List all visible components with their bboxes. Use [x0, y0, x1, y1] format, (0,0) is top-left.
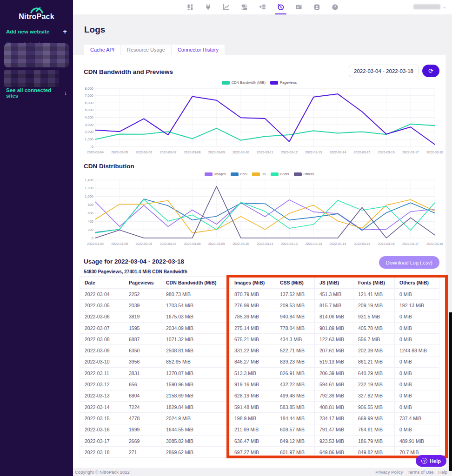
- dashboard-icon[interactable]: [186, 3, 194, 11]
- column-header: Others (MiB): [395, 277, 439, 289]
- svg-text:2022-03-04: 2022-03-04: [87, 151, 104, 154]
- table-cell: 202.39 MiB: [353, 345, 395, 356]
- table-cell: 608.57 MiB: [275, 424, 315, 435]
- svg-text:2022-03-12: 2022-03-12: [281, 242, 298, 245]
- footer-link-terms-of-use[interactable]: Terms of Use: [407, 469, 433, 475]
- bulk-jobs-icon[interactable]: [259, 3, 266, 11]
- svg-text:7,000: 7,000: [85, 93, 93, 98]
- table-cell: 206.39 MiB: [315, 368, 353, 379]
- svg-text:2022-03-18: 2022-03-18: [426, 242, 443, 245]
- table-cell: 0 MiB: [395, 401, 439, 412]
- table-cell: 2022-03-06: [80, 311, 124, 322]
- tab-cache-api[interactable]: Cache API: [84, 45, 121, 55]
- tab-bar: Cache APIResource UsageConnector History: [84, 45, 225, 55]
- table-cell: 0 MiB: [395, 424, 439, 435]
- svg-text:2022-03-14: 2022-03-14: [330, 242, 346, 245]
- chevron-down-icon: ⌄: [443, 4, 446, 9]
- column-header: CDN Bandwidth (MiB): [161, 277, 230, 289]
- table-row: 2022-03-1138311370.87 MiB513.3 MiB826.91…: [80, 368, 439, 379]
- connected-site-card-blurred[interactable]: [4, 43, 69, 67]
- toggles-icon[interactable]: [240, 3, 248, 11]
- table-cell: 675.21 MiB: [230, 334, 275, 345]
- svg-text:?: ?: [334, 5, 336, 9]
- svg-text:2022-03-12: 2022-03-12: [281, 151, 298, 154]
- table-cell: 849.12 MiB: [275, 435, 315, 446]
- help-circle-icon[interactable]: ?: [331, 3, 339, 11]
- table-cell: 1595: [124, 322, 161, 333]
- plug-icon[interactable]: [204, 3, 212, 11]
- tab-resource-usage[interactable]: Resource Usage: [121, 45, 172, 55]
- svg-text:2022-03-10: 2022-03-10: [233, 242, 249, 245]
- svg-text:2022-03-06: 2022-03-06: [135, 151, 152, 154]
- table-cell: 919.16 MiB: [230, 379, 275, 390]
- svg-text:2022-03-16: 2022-03-16: [378, 242, 395, 245]
- svg-text:800: 800: [87, 203, 93, 207]
- speedometer-icon: [29, 4, 45, 13]
- download-log-button[interactable]: Download Log (.csv): [379, 256, 439, 269]
- table-cell: 2022-03-11: [80, 368, 124, 379]
- footer-link-help[interactable]: Help: [438, 469, 447, 475]
- table-cell: 0 MiB: [395, 311, 439, 322]
- question-circle-icon: ?: [421, 458, 427, 464]
- legend-swatch: [294, 172, 302, 176]
- table-cell: 1829.84 MiB: [161, 401, 230, 412]
- table-cell: 6350: [124, 345, 161, 356]
- table-row: 2022-03-1616991644.55 MiB211.69 MiB608.5…: [80, 424, 439, 435]
- table-cell: 815.7 MiB: [315, 300, 353, 311]
- billing-card-icon[interactable]: [295, 3, 303, 11]
- refresh-button[interactable]: ⟳: [422, 65, 439, 77]
- table-cell: 519.13 MiB: [315, 356, 353, 367]
- table-cell: 184.44 MiB: [275, 413, 315, 424]
- table-cell: 276.99 MiB: [230, 300, 275, 311]
- table-cell: 640.29 MiB: [353, 368, 395, 379]
- table-cell: 656: [124, 379, 161, 390]
- analytics-icon[interactable]: [222, 3, 230, 11]
- table-cell: 2022-03-10: [80, 356, 124, 367]
- table-cell: 2022-03-05: [80, 300, 124, 311]
- table-cell: 901.89 MiB: [315, 322, 353, 333]
- account-menu[interactable]: ⌄: [413, 4, 446, 9]
- svg-text:2022-03-04: 2022-03-04: [87, 242, 104, 245]
- svg-text:2022-03-05: 2022-03-05: [111, 242, 128, 245]
- add-new-website[interactable]: Add new website +: [0, 27, 73, 35]
- legend-label: CSS: [240, 172, 247, 176]
- see-all-connected-sites[interactable]: See all connected sites ↓: [0, 87, 73, 99]
- table-cell: 1699: [124, 424, 161, 435]
- table-row: 2022-03-1472241829.84 MiB591.48 MiB583.8…: [80, 401, 439, 412]
- svg-text:2022-03-06: 2022-03-06: [135, 242, 152, 245]
- table-cell: 6804: [124, 390, 161, 401]
- table-cell: 2252: [124, 289, 161, 300]
- distribution-chart: 02004006008001,0001,2001,4002022-03-0420…: [80, 177, 439, 248]
- table-row: 2022-03-1368042158.69 MiB628.19 MiB499.4…: [80, 390, 439, 401]
- svg-text:5,000: 5,000: [85, 108, 93, 112]
- table-cell: 2022-03-12: [80, 379, 124, 390]
- table-cell: 0 MiB: [395, 390, 439, 401]
- table-cell: 870.79 MiB: [230, 289, 275, 300]
- table-cell: 2669: [124, 435, 161, 446]
- profile-icon[interactable]: [313, 3, 321, 11]
- nitropack-logo: NitroPack: [0, 0, 73, 21]
- table-cell: 211.69 MiB: [230, 424, 275, 435]
- see-all-label: See all connected sites: [6, 87, 64, 99]
- footer-link-privacy-policy[interactable]: Privacy Policy: [375, 469, 403, 475]
- logs-clock-icon[interactable]: [277, 3, 285, 11]
- legend-item-css: CSS: [231, 172, 247, 176]
- legend-swatch: [231, 172, 239, 176]
- date-range-input[interactable]: 2022-03-04 - 2022-03-18: [349, 65, 419, 77]
- svg-text:0: 0: [92, 145, 93, 149]
- table-cell: 7224: [124, 401, 161, 412]
- svg-text:1,000: 1,000: [85, 194, 93, 198]
- plus-icon[interactable]: +: [63, 27, 67, 35]
- tab-connector-history[interactable]: Connector History: [172, 45, 225, 55]
- table-cell: 628.19 MiB: [230, 390, 275, 401]
- usage-summary: 54830 Pageviews, 27401.4 MiB CDN Bandwid…: [84, 269, 187, 274]
- connected-site-entry-blurred[interactable]: [4, 70, 59, 87]
- chart-controls: 2022-03-04 - 2022-03-18 ⟳: [349, 65, 439, 77]
- column-header: Pageviews: [124, 277, 161, 289]
- help-floating-button[interactable]: ? Help: [416, 455, 446, 467]
- app-window: NitroPack Add new website + Connected we…: [0, 0, 452, 476]
- table-cell: 861.21 MiB: [353, 356, 395, 367]
- table-cell: 499.48 MiB: [275, 390, 315, 401]
- table-row: 2022-03-0638191675.03 MiB785.39 MiB940.8…: [80, 311, 439, 322]
- add-new-website-label: Add new website: [6, 29, 49, 34]
